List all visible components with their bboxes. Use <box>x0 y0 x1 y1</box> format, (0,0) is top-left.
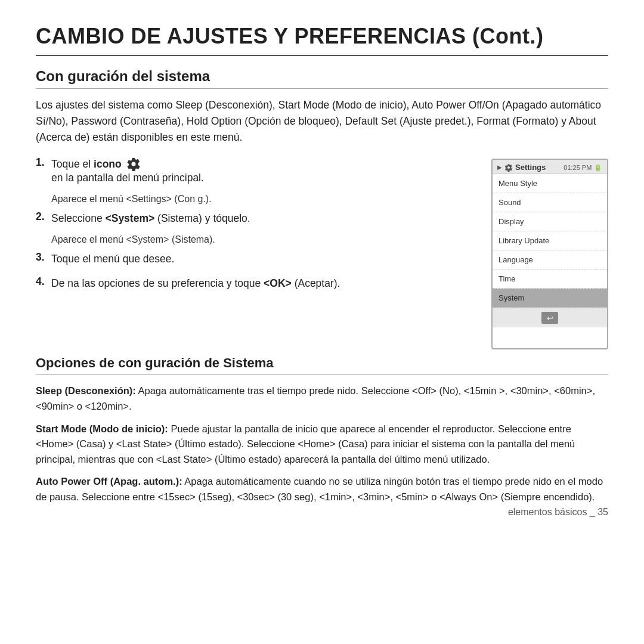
step-4-text: De na las opciones de su preferencia y t… <box>51 275 340 291</box>
menu-item-display[interactable]: Display <box>493 212 607 231</box>
device-mockup: ▶ Settings 01:25 PM 🔋 Menu Style Sound D… <box>491 159 608 349</box>
device-time: 01:25 PM <box>564 164 592 171</box>
step-1-num: 1. <box>36 156 49 169</box>
step-2: 2. Seleccione <System> (Sistema) y tóque… <box>36 210 473 226</box>
device-time-battery: 01:25 PM 🔋 <box>564 163 602 172</box>
desc-auto-power: Auto Power Off (Apag. autom.): Apaga aut… <box>36 474 608 504</box>
device-battery: 🔋 <box>594 164 602 171</box>
step-3-num: 3. <box>36 251 49 264</box>
main-title: CAMBIO DE AJUSTES Y PREFERENCIAS (Cont.) <box>36 24 608 56</box>
menu-item-menu-style[interactable]: Menu Style <box>493 174 607 193</box>
desc-start-mode-label: Start Mode (Modo de inicio): <box>36 423 168 434</box>
menu-item-sound[interactable]: Sound <box>493 193 607 212</box>
step-1-text: Toque el icono en la pantalla del menú p… <box>51 156 204 185</box>
step-2-text: Seleccione <System> (Sistema) y tóquelo. <box>51 210 250 226</box>
gear-icon <box>126 157 141 171</box>
step-3: 3. Toque el menú que desee. <box>36 251 473 267</box>
step-4-num: 4. <box>36 275 49 288</box>
step-1-sub: Aparece el menú <Settings> (Con g.). <box>51 194 473 205</box>
back-button[interactable]: ↩ <box>541 312 558 324</box>
section1-title: Con guración del sistema <box>36 68 608 89</box>
footer-text: elementos básicos _ 35 <box>508 507 608 518</box>
menu-item-library-update[interactable]: Library Update <box>493 231 607 250</box>
step-2-sub: Aparece el menú <System> (Sistema). <box>51 234 473 245</box>
section2-title: Opciones de con guración de Sistema <box>36 355 608 375</box>
step-2-num: 2. <box>36 210 49 223</box>
step-1: 1. Toque el icono en la pantalla del men… <box>36 156 473 185</box>
desc-start-mode: Start Mode (Modo de inicio): Puede ajust… <box>36 422 608 467</box>
device-settings-title: Settings <box>515 163 546 172</box>
intro-text: Los ajustes del sistema como Sleep (Desc… <box>36 97 608 145</box>
desc-auto-power-label: Auto Power Off (Apag. autom.): <box>36 476 182 487</box>
step-1-bold: icono <box>94 158 122 170</box>
step-4: 4. De na las opciones de su preferencia … <box>36 275 473 291</box>
desc-sleep-label: Sleep (Desconexión): <box>36 385 136 396</box>
device-header: ▶ Settings 01:25 PM 🔋 <box>493 160 607 174</box>
device-footer: ↩ <box>493 308 607 327</box>
device-menu: Menu Style Sound Display Library Update … <box>493 174 607 308</box>
step-3-text: Toque el menú que desee. <box>51 251 174 267</box>
menu-item-system[interactable]: System <box>493 289 607 308</box>
menu-item-time[interactable]: Time <box>493 270 607 289</box>
play-icon: ▶ <box>497 164 502 171</box>
desc-sleep: Sleep (Desconexión): Apaga automáticamen… <box>36 383 608 414</box>
settings-gear-icon <box>504 163 513 172</box>
menu-item-language[interactable]: Language <box>493 250 607 270</box>
device-header-left: ▶ Settings <box>497 163 546 172</box>
steps-list: 1. Toque el icono en la pantalla del men… <box>36 156 473 349</box>
